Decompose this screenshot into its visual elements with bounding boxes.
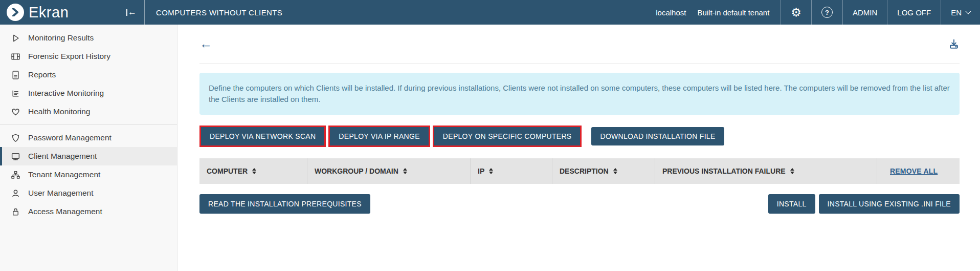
sidebar-item-reports[interactable]: Reports: [0, 66, 177, 84]
computers-table-header: COMPUTER WORKGROUP / DOMAIN IP DESCRIPTI…: [199, 158, 960, 184]
sidebar-collapse-icon[interactable]: ←: [126, 8, 137, 17]
sidebar-divider: [0, 124, 177, 125]
column-header-description[interactable]: DESCRIPTION: [552, 158, 655, 184]
sidebar-item-password-management[interactable]: Password Management: [0, 129, 177, 147]
content-toolbar: ←: [199, 25, 960, 64]
deploy-on-specific-computers-button[interactable]: DEPLOY ON SPECIFIC COMPUTERS: [434, 127, 581, 145]
header-right: localhost Built-in default tenant ⚙ ? AD…: [650, 0, 980, 25]
heart-icon: [11, 107, 20, 117]
logoff-button[interactable]: LOG OFF: [887, 0, 941, 25]
sort-icon: [403, 168, 407, 174]
username: ADMIN: [853, 8, 877, 17]
column-header-workgroup-domain[interactable]: WORKGROUP / DOMAIN: [307, 158, 471, 184]
brand-area: Ekran ←: [0, 0, 145, 25]
sidebar-item-access-management[interactable]: Access Management: [0, 202, 177, 221]
sidebar-item-client-management[interactable]: Client Management: [0, 147, 177, 165]
ekran-logo[interactable]: Ekran: [7, 4, 69, 21]
sidebar-item-forensic-export-history[interactable]: Forensic Export History: [0, 47, 177, 66]
column-header-previous-installation-failure[interactable]: PREVIOUS INSTALLATION FAILURE: [655, 158, 877, 184]
column-header-ip[interactable]: IP: [471, 158, 552, 184]
app-header: Ekran ← COMPUTERS WITHOUT CLIENTS localh…: [0, 0, 980, 25]
footer-actions-row: READ THE INSTALLATION PREREQUISITES INST…: [199, 194, 960, 214]
back-arrow-icon[interactable]: ←: [199, 37, 212, 50]
deploy-via-network-scan-button[interactable]: DEPLOY VIA NETWORK SCAN: [201, 127, 324, 145]
remove-all-cell: REMOVE ALL: [877, 158, 960, 184]
language-code: EN: [951, 8, 962, 17]
tenant-name: Built-in default tenant: [692, 8, 781, 17]
sidebar-item-health-monitoring[interactable]: Health Monitoring: [0, 102, 177, 121]
page-title: COMPUTERS WITHOUT CLIENTS: [156, 8, 282, 17]
sidebar-item-monitoring-results[interactable]: Monitoring Results: [0, 29, 177, 47]
user-icon: [11, 189, 20, 198]
column-header-computer[interactable]: COMPUTER: [199, 158, 307, 184]
install-using-existing-ini-file-button[interactable]: INSTALL USING EXISTING .INI FILE: [819, 194, 960, 214]
monitor-icon: [11, 152, 20, 161]
org-chart-icon: [11, 170, 20, 180]
remove-all-link[interactable]: REMOVE ALL: [890, 167, 938, 175]
info-banner: Define the computers on which Clients wi…: [199, 73, 960, 115]
language-selector[interactable]: EN: [941, 0, 980, 25]
sort-icon: [489, 168, 493, 174]
shield-icon: [11, 133, 20, 143]
main-content: ← Define the computers on which Clients …: [178, 25, 980, 271]
gear-icon: ⚙: [791, 7, 801, 18]
play-icon: [11, 33, 20, 43]
list-icon: [11, 89, 20, 98]
highlight-frame: DEPLOY VIA NETWORK SCAN: [199, 126, 326, 147]
sort-icon: [252, 168, 256, 174]
server-name: localhost: [650, 8, 692, 17]
sidebar-item-tenant-management[interactable]: Tenant Management: [0, 165, 177, 184]
install-button[interactable]: INSTALL: [768, 194, 815, 214]
ekran-logo-icon: [7, 4, 24, 21]
deploy-actions-row: DEPLOY VIA NETWORK SCAN DEPLOY VIA IP RA…: [199, 126, 960, 147]
deploy-via-ip-range-button[interactable]: DEPLOY VIA IP RANGE: [330, 127, 428, 145]
read-installation-prerequisites-button[interactable]: READ THE INSTALLATION PREREQUISITES: [199, 194, 370, 214]
settings-button[interactable]: ⚙: [781, 0, 811, 25]
highlight-frame: DEPLOY ON SPECIFIC COMPUTERS: [433, 126, 582, 147]
sidebar-item-interactive-monitoring[interactable]: Interactive Monitoring: [0, 84, 177, 102]
user-menu[interactable]: ADMIN: [842, 0, 887, 25]
logo-text: Ekran: [29, 4, 69, 21]
sidebar-item-user-management[interactable]: User Management: [0, 184, 177, 202]
sort-icon: [613, 168, 617, 174]
film-icon: [11, 52, 20, 61]
help-icon: ?: [821, 7, 833, 18]
highlight-frame: DEPLOY VIA IP RANGE: [328, 126, 430, 147]
sidebar: Monitoring Results Forensic Export Histo…: [0, 25, 177, 271]
chevron-down-icon: [965, 8, 971, 14]
sort-icon: [790, 168, 794, 174]
lock-icon: [11, 207, 20, 217]
download-installation-file-button[interactable]: DOWNLOAD INSTALLATION FILE: [591, 127, 724, 145]
document-icon: [11, 70, 20, 80]
download-icon[interactable]: [948, 38, 960, 50]
help-button[interactable]: ?: [811, 0, 842, 25]
